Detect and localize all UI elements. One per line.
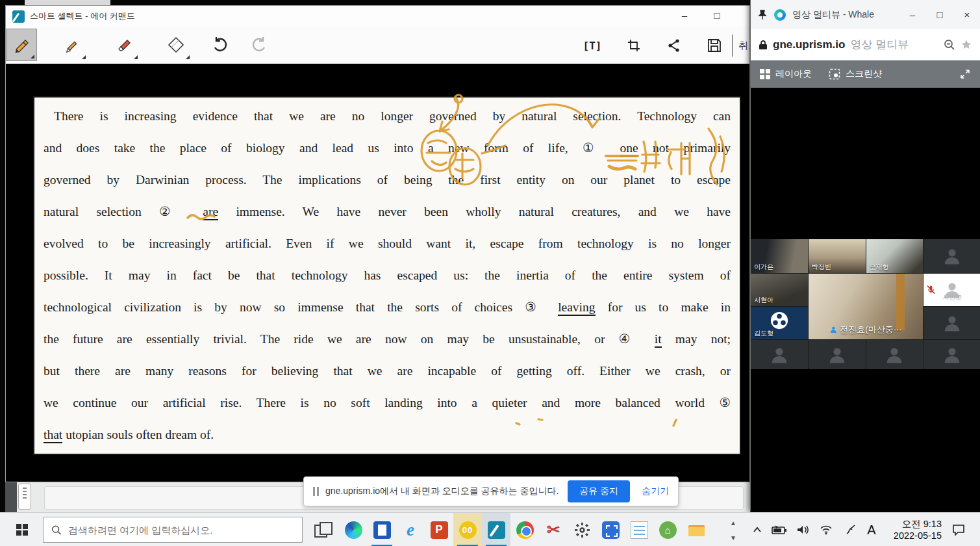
- empty-participant-tile[interactable]: [923, 239, 980, 273]
- whale-multiview-window: 영상 멀티뷰 - Whale – □ × gne.uprism.io 영상 멀티…: [750, 0, 980, 512]
- avatar: [885, 345, 904, 365]
- memo-icon: [631, 521, 648, 539]
- empty-participant-tile[interactable]: [751, 340, 808, 369]
- url-host[interactable]: gne.uprism.io: [773, 38, 845, 51]
- participant-tile-video[interactable]: 박정빈: [809, 239, 866, 273]
- passage-text: evolved to be increasingly artificial. E…: [44, 237, 731, 250]
- passage-line: There is increasing evidence that we are…: [44, 100, 731, 132]
- screen-share-banner: gne.uprism.io에서 내 화면과 오디오를 공유하는 중입니다. 공유…: [303, 476, 679, 506]
- doc-icon: [373, 521, 391, 539]
- layout-grid-icon: [760, 69, 770, 79]
- screenshot-button[interactable]: 스크린샷: [829, 68, 882, 80]
- eraser-tool-button[interactable]: [160, 29, 192, 61]
- participant-tile-video[interactable]: 이가은: [751, 239, 808, 273]
- underlined-word: that: [44, 428, 62, 443]
- participant-tile-obs[interactable]: 김도형: [751, 307, 808, 339]
- window-title: 스마트 셀렉트 - 에어 커맨드: [30, 10, 135, 22]
- volume-tray-icon[interactable]: [791, 513, 814, 546]
- pen-tool-button[interactable]: [57, 29, 88, 61]
- gom-icon: 00: [459, 521, 477, 539]
- window-behind-sliver: [25, 0, 110, 5]
- mini-scrollbar[interactable]: [18, 484, 31, 510]
- empty-participant-tile[interactable]: [923, 340, 980, 369]
- search-input[interactable]: [68, 525, 294, 536]
- undo-button[interactable]: [205, 29, 236, 61]
- hidden-icons-chevron[interactable]: [746, 513, 769, 546]
- desktop: 스마트 셀렉트 - 에어 커맨드 – □: [0, 0, 980, 546]
- crop-button[interactable]: [624, 36, 644, 55]
- undo-icon: [211, 36, 229, 54]
- pin-icon[interactable]: [757, 10, 768, 20]
- participant-tile-speaker[interactable]: 전진효(마산중···: [809, 274, 923, 339]
- action-center-button[interactable]: [947, 513, 970, 546]
- passage-text: immense. We have never been wholly natur…: [218, 205, 731, 218]
- clock-date: 2022-05-15: [894, 530, 942, 541]
- bookmark-star-icon[interactable]: [961, 39, 972, 51]
- whale-close-button[interactable]: ×: [961, 9, 974, 20]
- url-page-title: 영상 멀티뷰: [850, 37, 938, 52]
- gom-taskbar-button[interactable]: 00: [453, 513, 482, 546]
- avatar: [770, 345, 789, 365]
- text-extract-button[interactable]: [T]: [583, 36, 602, 55]
- wifi-tray-icon[interactable]: [814, 513, 838, 546]
- save-button[interactable]: [705, 36, 724, 55]
- pencil-tool-button[interactable]: [6, 29, 37, 61]
- empty-participant-tile[interactable]: [866, 340, 923, 369]
- participant-tile-video[interactable]: 서현아: [751, 274, 808, 306]
- background-shelf: [896, 274, 905, 330]
- participant-tile-video[interactable]: 오재형: [866, 239, 923, 273]
- fullscreen-expand-icon[interactable]: [959, 68, 971, 80]
- whale-address-bar[interactable]: gne.uprism.io 영상 멀티뷰: [751, 29, 980, 60]
- taskbar-search[interactable]: [43, 517, 303, 543]
- minimize-button[interactable]: –: [678, 10, 691, 21]
- chrome-taskbar-button[interactable]: [510, 513, 539, 546]
- chrome-icon: [516, 521, 534, 539]
- pen-taskbar-button[interactable]: [482, 513, 510, 546]
- hide-banner-link[interactable]: 숨기기: [642, 486, 669, 497]
- cancel-button-clipped[interactable]: 취소: [738, 40, 750, 52]
- title-bar: 스마트 셀렉트 - 에어 커맨드: [6, 6, 749, 27]
- drag-handle-icon[interactable]: [313, 487, 319, 496]
- underlined-word: one: [620, 141, 638, 157]
- passage-text: utopian souls often dream of.: [62, 428, 214, 441]
- annotation-canvas[interactable]: There is increasing evidence that we are…: [6, 64, 749, 482]
- scissors-icon: ✂: [545, 521, 562, 539]
- participant-name: 서현아: [754, 296, 773, 305]
- whale-title-bar: 영상 멀티뷰 - Whale – □ ×: [751, 0, 980, 29]
- start-button[interactable]: [6, 513, 38, 546]
- participant-name: 박정빈: [812, 263, 831, 272]
- stop-sharing-button[interactable]: 공유 중지: [568, 480, 630, 502]
- screenshot-label: 스크린샷: [846, 68, 882, 80]
- memo-taskbar-button[interactable]: [625, 513, 653, 546]
- taskbar-scroll-control[interactable]: ▲▼: [727, 518, 739, 543]
- share-message: gne.uprism.io에서 내 화면과 오디오를 공유하는 중입니다.: [325, 486, 561, 497]
- share-icon: [666, 38, 682, 53]
- doc-taskbar-button[interactable]: [368, 513, 396, 546]
- ppt-taskbar-button[interactable]: P: [425, 513, 453, 546]
- windows-ink-tray-icon[interactable]: [839, 513, 862, 546]
- whale-minimize-button[interactable]: –: [906, 9, 919, 20]
- task-view-button[interactable]: [308, 513, 336, 546]
- gear-taskbar-button[interactable]: [568, 513, 596, 546]
- empty-participant-tile[interactable]: [923, 307, 980, 339]
- scissors-taskbar-button[interactable]: ✂: [539, 513, 568, 546]
- ie-taskbar-button[interactable]: e: [396, 513, 425, 546]
- maximize-button[interactable]: □: [710, 10, 723, 21]
- edge-taskbar-button[interactable]: [339, 513, 368, 546]
- green-taskbar-button[interactable]: ⌂: [653, 513, 682, 546]
- redo-button[interactable]: [244, 29, 275, 61]
- taskbar-clock[interactable]: 오전 9:13 2022-05-15: [878, 513, 943, 546]
- layout-button[interactable]: 레이아웃: [760, 68, 812, 80]
- empty-participant-tile[interactable]: [809, 340, 866, 369]
- share-button[interactable]: [664, 36, 684, 55]
- participant-tile-muted[interactable]: 서민준: [923, 274, 980, 306]
- battery-tray-icon[interactable]: [768, 513, 791, 546]
- zoom-out-icon[interactable]: [944, 39, 955, 51]
- participant-name: 김도형: [754, 329, 773, 338]
- whale-maximize-button[interactable]: □: [933, 9, 946, 20]
- highlighter-tool-button[interactable]: [108, 29, 140, 61]
- passage-line: governed by Darwinian process. The impli…: [44, 164, 731, 196]
- crop-taskbar-button[interactable]: [596, 513, 625, 546]
- folder-taskbar-button[interactable]: [682, 513, 710, 546]
- passage-text: technological civilization is by now so …: [44, 300, 558, 314]
